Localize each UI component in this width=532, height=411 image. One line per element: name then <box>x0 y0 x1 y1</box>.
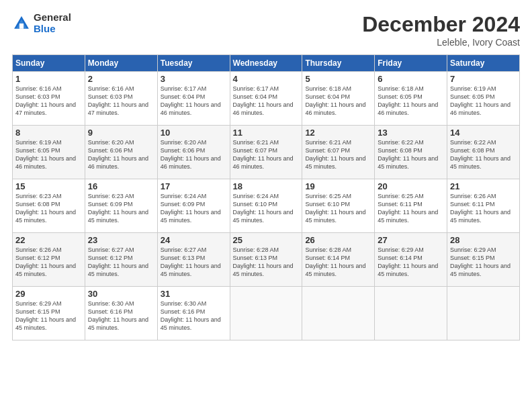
day-number: 27 <box>378 235 444 245</box>
calendar-cell: 2Sunrise: 6:16 AMSunset: 6:03 PMDaylight… <box>85 72 157 126</box>
day-info: Sunrise: 6:28 AMSunset: 6:14 PMDaylight:… <box>305 246 365 277</box>
calendar-cell: 16Sunrise: 6:23 AMSunset: 6:09 PMDayligh… <box>85 179 157 233</box>
col-friday: Friday <box>375 55 447 72</box>
calendar-cell: 6Sunrise: 6:18 AMSunset: 6:05 PMDaylight… <box>375 72 447 126</box>
day-number: 23 <box>88 235 154 245</box>
day-info: Sunrise: 6:30 AMSunset: 6:16 PMDaylight:… <box>161 300 221 331</box>
calendar-table: Sunday Monday Tuesday Wednesday Thursday… <box>12 54 520 340</box>
day-number: 14 <box>450 128 517 138</box>
day-number: 2 <box>88 74 154 84</box>
calendar-cell: 19Sunrise: 6:25 AMSunset: 6:10 PMDayligh… <box>302 179 375 233</box>
calendar-cell: 22Sunrise: 6:26 AMSunset: 6:12 PMDayligh… <box>13 233 85 287</box>
day-number: 29 <box>15 289 82 299</box>
calendar-cell <box>230 287 302 340</box>
day-number: 16 <box>88 181 154 191</box>
day-number: 19 <box>305 181 371 191</box>
col-monday: Monday <box>85 55 157 72</box>
day-number: 24 <box>161 235 227 245</box>
day-info: Sunrise: 6:21 AMSunset: 6:07 PMDaylight:… <box>233 139 294 170</box>
day-info: Sunrise: 6:29 AMSunset: 6:15 PMDaylight:… <box>15 300 76 331</box>
col-sunday: Sunday <box>13 55 85 72</box>
day-number: 20 <box>378 181 444 191</box>
day-info: Sunrise: 6:26 AMSunset: 6:11 PMDaylight:… <box>450 193 511 224</box>
calendar-week-3: 15Sunrise: 6:23 AMSunset: 6:08 PMDayligh… <box>13 179 520 233</box>
logo-blue-text: Blue <box>34 24 71 35</box>
day-info: Sunrise: 6:25 AMSunset: 6:11 PMDaylight:… <box>378 193 438 224</box>
calendar-cell <box>447 287 520 340</box>
calendar-cell: 8Sunrise: 6:19 AMSunset: 6:05 PMDaylight… <box>13 126 85 179</box>
title-block: December 2024 Leleble, Ivory Coast <box>362 12 520 48</box>
calendar-cell: 10Sunrise: 6:20 AMSunset: 6:06 PMDayligh… <box>157 126 230 179</box>
calendar-cell: 30Sunrise: 6:30 AMSunset: 6:16 PMDayligh… <box>85 287 157 340</box>
calendar-cell: 5Sunrise: 6:18 AMSunset: 6:04 PMDaylight… <box>302 72 375 126</box>
day-info: Sunrise: 6:29 AMSunset: 6:15 PMDaylight:… <box>450 246 511 277</box>
calendar-cell: 3Sunrise: 6:17 AMSunset: 6:04 PMDaylight… <box>157 72 230 126</box>
day-info: Sunrise: 6:16 AMSunset: 6:03 PMDaylight:… <box>15 85 76 116</box>
header: General Blue December 2024 Leleble, Ivor… <box>12 12 520 48</box>
day-number: 10 <box>161 128 227 138</box>
day-number: 22 <box>15 235 82 245</box>
col-wednesday: Wednesday <box>230 55 302 72</box>
calendar-cell: 7Sunrise: 6:19 AMSunset: 6:05 PMDaylight… <box>447 72 520 126</box>
day-info: Sunrise: 6:17 AMSunset: 6:04 PMDaylight:… <box>233 85 294 116</box>
calendar-cell: 18Sunrise: 6:24 AMSunset: 6:10 PMDayligh… <box>230 179 302 233</box>
day-info: Sunrise: 6:25 AMSunset: 6:10 PMDaylight:… <box>305 193 365 224</box>
day-number: 30 <box>88 289 154 299</box>
day-number: 28 <box>450 235 517 245</box>
calendar-cell: 25Sunrise: 6:28 AMSunset: 6:13 PMDayligh… <box>230 233 302 287</box>
day-number: 12 <box>305 128 371 138</box>
day-info: Sunrise: 6:19 AMSunset: 6:05 PMDaylight:… <box>15 139 76 170</box>
calendar-cell: 17Sunrise: 6:24 AMSunset: 6:09 PMDayligh… <box>157 179 230 233</box>
subtitle: Leleble, Ivory Coast <box>362 37 520 48</box>
calendar-cell: 13Sunrise: 6:22 AMSunset: 6:08 PMDayligh… <box>375 126 447 179</box>
day-info: Sunrise: 6:18 AMSunset: 6:04 PMDaylight:… <box>305 85 365 116</box>
calendar-cell: 26Sunrise: 6:28 AMSunset: 6:14 PMDayligh… <box>302 233 375 287</box>
day-number: 6 <box>378 74 444 84</box>
day-info: Sunrise: 6:19 AMSunset: 6:05 PMDaylight:… <box>450 85 511 116</box>
main-title: December 2024 <box>362 12 520 37</box>
calendar-cell: 1Sunrise: 6:16 AMSunset: 6:03 PMDaylight… <box>13 72 85 126</box>
day-info: Sunrise: 6:23 AMSunset: 6:09 PMDaylight:… <box>88 193 148 224</box>
logo: General Blue <box>12 12 71 34</box>
calendar-cell: 31Sunrise: 6:30 AMSunset: 6:16 PMDayligh… <box>157 287 230 340</box>
day-info: Sunrise: 6:24 AMSunset: 6:09 PMDaylight:… <box>161 193 221 224</box>
day-info: Sunrise: 6:16 AMSunset: 6:03 PMDaylight:… <box>88 85 148 116</box>
calendar-week-4: 22Sunrise: 6:26 AMSunset: 6:12 PMDayligh… <box>13 233 520 287</box>
calendar-week-2: 8Sunrise: 6:19 AMSunset: 6:05 PMDaylight… <box>13 126 520 179</box>
day-info: Sunrise: 6:18 AMSunset: 6:05 PMDaylight:… <box>378 85 438 116</box>
calendar-cell: 14Sunrise: 6:22 AMSunset: 6:08 PMDayligh… <box>447 126 520 179</box>
day-info: Sunrise: 6:27 AMSunset: 6:13 PMDaylight:… <box>161 246 221 277</box>
day-number: 26 <box>305 235 371 245</box>
page: General Blue December 2024 Leleble, Ivor… <box>0 0 532 411</box>
day-info: Sunrise: 6:24 AMSunset: 6:10 PMDaylight:… <box>233 193 294 224</box>
calendar-week-1: 1Sunrise: 6:16 AMSunset: 6:03 PMDaylight… <box>13 72 520 126</box>
calendar-body: 1Sunrise: 6:16 AMSunset: 6:03 PMDaylight… <box>13 72 520 340</box>
calendar-cell: 27Sunrise: 6:29 AMSunset: 6:14 PMDayligh… <box>375 233 447 287</box>
day-number: 11 <box>233 128 300 138</box>
day-number: 9 <box>88 128 154 138</box>
day-number: 17 <box>161 181 227 191</box>
day-number: 7 <box>450 74 517 84</box>
day-info: Sunrise: 6:20 AMSunset: 6:06 PMDaylight:… <box>88 139 148 170</box>
day-number: 13 <box>378 128 444 138</box>
day-info: Sunrise: 6:22 AMSunset: 6:08 PMDaylight:… <box>450 139 511 170</box>
day-number: 18 <box>233 181 300 191</box>
calendar-week-5: 29Sunrise: 6:29 AMSunset: 6:15 PMDayligh… <box>13 287 520 340</box>
day-number: 8 <box>15 128 82 138</box>
calendar-cell <box>375 287 447 340</box>
day-info: Sunrise: 6:21 AMSunset: 6:07 PMDaylight:… <box>305 139 365 170</box>
day-info: Sunrise: 6:26 AMSunset: 6:12 PMDaylight:… <box>15 246 76 277</box>
day-number: 5 <box>305 74 371 84</box>
col-tuesday: Tuesday <box>157 55 230 72</box>
calendar-cell: 12Sunrise: 6:21 AMSunset: 6:07 PMDayligh… <box>302 126 375 179</box>
col-thursday: Thursday <box>302 55 375 72</box>
day-number: 4 <box>233 74 300 84</box>
col-saturday: Saturday <box>447 55 520 72</box>
day-info: Sunrise: 6:28 AMSunset: 6:13 PMDaylight:… <box>233 246 294 277</box>
calendar-cell: 9Sunrise: 6:20 AMSunset: 6:06 PMDaylight… <box>85 126 157 179</box>
calendar-cell: 28Sunrise: 6:29 AMSunset: 6:15 PMDayligh… <box>447 233 520 287</box>
day-number: 31 <box>161 289 227 299</box>
day-number: 21 <box>450 181 517 191</box>
day-info: Sunrise: 6:23 AMSunset: 6:08 PMDaylight:… <box>15 193 76 224</box>
calendar-cell: 23Sunrise: 6:27 AMSunset: 6:12 PMDayligh… <box>85 233 157 287</box>
